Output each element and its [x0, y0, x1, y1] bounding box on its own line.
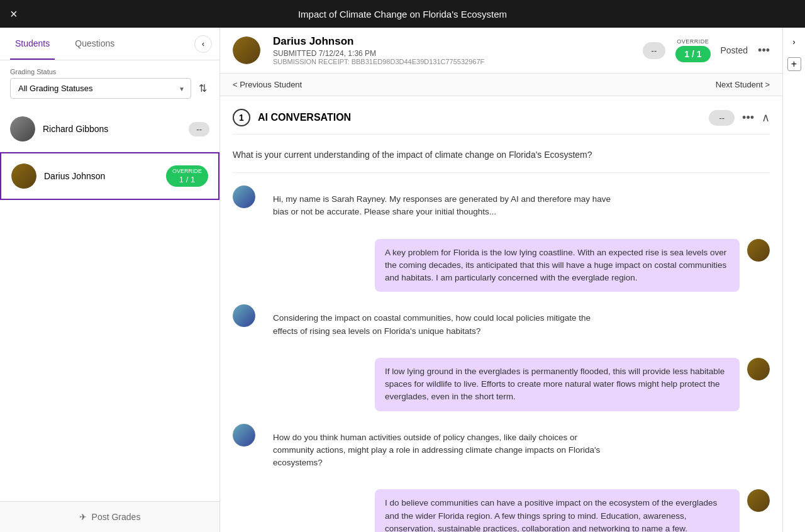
avatar-darius — [11, 163, 36, 189]
submission-receipt: SUBMISSION RECEIPT: BBB31ED98D3D44E39D13… — [273, 58, 633, 65]
conversation-area[interactable]: 1 AI CONVERSATION -- ••• ∧ What is your … — [220, 96, 782, 532]
posted-button[interactable]: Posted — [721, 45, 748, 55]
chat-bubble-user-2: If low lying ground in the everglades is… — [375, 358, 740, 411]
chat-avatar-ai-2 — [233, 304, 255, 327]
close-button[interactable]: × — [10, 7, 18, 21]
chat-row-user-1: A key problem for Florida is the low lyi… — [233, 239, 770, 292]
chat-container: Hi, my name is Sarah Rayney. My response… — [233, 186, 770, 532]
question-number: 1 — [233, 109, 250, 126]
grading-status-select[interactable]: All Grading Statuses — [10, 78, 191, 99]
chat-avatar-ai-1 — [233, 186, 255, 208]
chat-row-ai-1: Hi, my name is Sarah Rayney. My response… — [233, 186, 770, 226]
post-grades-button[interactable]: ✈ Post Grades — [10, 512, 209, 522]
student-name-darius: Darius Johnson — [44, 171, 166, 181]
question-header: 1 AI CONVERSATION -- ••• ∧ — [233, 109, 770, 135]
student-item-darius[interactable]: Darius Johnson OVERRIDE 1 / 1 — [0, 152, 219, 200]
post-icon: ✈ — [79, 512, 87, 522]
question-more-button[interactable]: ••• — [742, 111, 754, 125]
override-label-header: OVERRIDE — [677, 38, 709, 45]
prev-student-button[interactable]: < Previous Student — [233, 80, 302, 89]
header-student-name: Darius Johnson — [273, 35, 633, 48]
chat-bubble-user-1: A key problem for Florida is the low lyi… — [375, 239, 740, 292]
chat-bubble-ai-2: Considering the impact on coastal commun… — [263, 304, 628, 345]
submission-info: SUBMITTED 7/12/24, 1:36 PM — [273, 49, 633, 58]
tab-questions[interactable]: Questions — [70, 28, 119, 60]
chat-bubble-user-3: I do believe communities can have a posi… — [375, 489, 740, 532]
tab-students[interactable]: Students — [10, 28, 55, 60]
chat-avatar-user-1 — [747, 239, 770, 262]
override-label: OVERRIDE — [172, 168, 202, 175]
post-grades-label: Post Grades — [92, 512, 141, 522]
student-item-richard[interactable]: Richard Gibbons -- — [0, 106, 219, 152]
post-grades-bar: ✈ Post Grades — [0, 501, 219, 532]
chat-bubble-ai-1: Hi, my name is Sarah Rayney. My response… — [263, 186, 628, 226]
left-sidebar: Students Questions ‹ Grading Status All … — [0, 28, 220, 532]
filter-label: Grading Status — [10, 68, 209, 75]
nav-bar: < Previous Student Next Student > — [220, 74, 782, 96]
chat-row-ai-3: How do you think human activities outsid… — [233, 424, 770, 477]
right-panel-collapse-button[interactable]: › — [786, 33, 803, 50]
grade-badge-richard: -- — [189, 122, 209, 136]
header-avatar — [233, 36, 260, 64]
sidebar-tabs: Students Questions ‹ — [0, 28, 219, 60]
override-badge-header: 1 / 1 — [675, 46, 710, 62]
header-student-info: Darius Johnson SUBMITTED 7/12/24, 1:36 P… — [273, 35, 633, 65]
chevron-right-icon: › — [792, 37, 795, 47]
next-student-button[interactable]: Next Student > — [716, 80, 770, 89]
student-list: Richard Gibbons -- Darius Johnson OVERRI… — [0, 106, 219, 501]
override-section: OVERRIDE 1 / 1 — [675, 38, 710, 62]
grading-status-filter: Grading Status All Grading Statuses ▼ ⇅ — [0, 60, 219, 106]
chat-row-user-3: I do believe communities can have a posi… — [233, 489, 770, 532]
student-header: Darius Johnson SUBMITTED 7/12/24, 1:36 P… — [220, 28, 782, 74]
initial-question: What is your current understanding of th… — [233, 145, 770, 173]
question-grade-dash: -- — [709, 110, 735, 126]
grade-badge-darius: OVERRIDE 1 / 1 — [166, 165, 208, 187]
right-panel: › + — [782, 28, 805, 532]
chat-row-ai-2: Considering the impact on coastal commun… — [233, 304, 770, 345]
app-title: Impact of Climate Change on Florida's Ec… — [298, 9, 507, 19]
chat-row-user-2: If low lying ground in the everglades is… — [233, 358, 770, 411]
avatar-richard — [10, 116, 35, 141]
question-title: AI CONVERSATION — [258, 112, 701, 123]
student-name-richard: Richard Gibbons — [43, 124, 189, 134]
plus-icon: + — [787, 57, 801, 71]
more-options-button[interactable]: ••• — [758, 44, 770, 57]
sort-button[interactable]: ⇅ — [196, 80, 209, 97]
top-bar: × Impact of Climate Change on Florida's … — [0, 0, 805, 28]
sidebar-collapse-button[interactable]: ‹ — [194, 35, 212, 53]
header-grade-dash: -- — [643, 42, 666, 59]
override-grade-value: 1 / 1 — [179, 175, 195, 185]
right-panel-add-button[interactable]: + — [786, 55, 803, 73]
chat-avatar-user-3 — [747, 489, 770, 512]
chat-bubble-ai-3: How do you think human activities outsid… — [263, 424, 628, 477]
chat-avatar-ai-3 — [233, 424, 255, 446]
question-collapse-button[interactable]: ∧ — [762, 111, 770, 125]
chat-avatar-user-2 — [747, 358, 770, 380]
center-content: Darius Johnson SUBMITTED 7/12/24, 1:36 P… — [220, 28, 782, 532]
